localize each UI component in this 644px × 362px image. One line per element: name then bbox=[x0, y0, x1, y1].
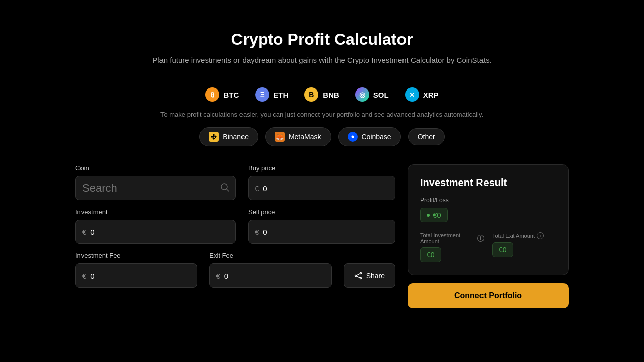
svg-point-9 bbox=[360, 273, 361, 274]
coin-group: Coin bbox=[75, 164, 236, 200]
total-exit-info-icon[interactable]: i bbox=[537, 232, 544, 239]
exit-fee-wrapper: € bbox=[209, 263, 331, 288]
right-panel: Investment Result Profit/Loss €0 Total I… bbox=[408, 164, 569, 308]
header: Crypto Profit Calculator Plan future inv… bbox=[152, 0, 492, 64]
binance-wallet-button[interactable]: Binance bbox=[199, 127, 258, 146]
svg-line-12 bbox=[356, 274, 360, 276]
other-wallet-button[interactable]: Other bbox=[408, 128, 445, 145]
share-icon bbox=[354, 272, 362, 280]
sell-price-group: Sell price € bbox=[248, 208, 395, 244]
coinbase-wallet-button[interactable]: Coinbase bbox=[338, 127, 401, 146]
total-exit-label: Total Exit Amount i bbox=[492, 232, 556, 239]
svg-point-11 bbox=[360, 278, 361, 279]
metamask-label: MetaMask bbox=[289, 133, 321, 141]
svg-line-8 bbox=[227, 189, 229, 191]
investment-label: Investment bbox=[75, 208, 236, 216]
sell-price-input[interactable] bbox=[263, 228, 389, 236]
investment-fee-label: Investment Fee bbox=[75, 252, 197, 259]
buy-price-input[interactable] bbox=[263, 184, 389, 193]
coin-sol-label: SOL bbox=[373, 90, 389, 99]
metamask-icon: 🦊 bbox=[275, 132, 285, 142]
investment-fee-prefix: € bbox=[82, 272, 86, 280]
buy-price-wrapper: € bbox=[248, 176, 395, 200]
svg-line-13 bbox=[356, 276, 360, 278]
share-button[interactable]: Share bbox=[344, 263, 395, 288]
profit-badge: €0 bbox=[420, 208, 448, 222]
portfolio-subtitle: To make profit calculations easier, you … bbox=[160, 111, 484, 118]
svg-marker-4 bbox=[213, 136, 215, 138]
share-label: Share bbox=[366, 272, 385, 280]
coin-eth-label: ETH bbox=[273, 90, 288, 99]
header-subtitle: Plan future investments or daydream abou… bbox=[152, 56, 492, 64]
investment-fee-input[interactable] bbox=[90, 272, 191, 280]
form-grid: Coin Buy price € bbox=[75, 164, 395, 244]
coinbase-label: Coinbase bbox=[362, 133, 391, 141]
coin-eth[interactable]: Ξ ETH bbox=[255, 87, 288, 102]
coin-xrp[interactable]: ✕ XRP bbox=[405, 87, 439, 102]
sell-price-label: Sell price bbox=[248, 208, 395, 216]
main-content: Coin Buy price € bbox=[45, 164, 599, 308]
total-investment-info-icon[interactable]: i bbox=[477, 235, 484, 242]
sell-price-wrapper: € bbox=[248, 220, 395, 244]
total-exit-col: Total Exit Amount i €0 bbox=[492, 232, 556, 262]
svg-point-7 bbox=[221, 184, 227, 190]
coin-search-wrapper bbox=[75, 176, 236, 200]
total-investment-value: €0 bbox=[420, 247, 441, 262]
profit-loss-label: Profit/Loss bbox=[420, 197, 556, 204]
connect-portfolio-button[interactable]: Connect Portfolio bbox=[408, 283, 569, 308]
wallets-row: Binance 🦊 MetaMask Coinbase Other bbox=[199, 127, 444, 146]
buy-price-label: Buy price bbox=[248, 164, 395, 172]
coin-btc[interactable]: ₿ BTC bbox=[205, 87, 239, 102]
sell-price-prefix: € bbox=[255, 228, 259, 236]
coin-bnb-label: BNB bbox=[323, 90, 339, 99]
total-investment-col: Total Investment Amount i €0 bbox=[420, 232, 484, 262]
investment-prefix: € bbox=[82, 228, 86, 236]
exit-fee-prefix: € bbox=[216, 272, 220, 280]
eth-icon: Ξ bbox=[255, 87, 269, 102]
result-card: Investment Result Profit/Loss €0 Total I… bbox=[408, 164, 569, 275]
coin-xrp-label: XRP bbox=[423, 90, 439, 99]
binance-label: Binance bbox=[223, 133, 249, 141]
page-title: Crypto Profit Calculator bbox=[152, 30, 492, 49]
coins-row: ₿ BTC Ξ ETH B BNB ◎ SOL ✕ XRP bbox=[205, 87, 438, 102]
btc-icon: ₿ bbox=[205, 87, 219, 102]
profit-value: €0 bbox=[433, 211, 441, 219]
other-label: Other bbox=[418, 133, 435, 141]
total-investment-label: Total Investment Amount i bbox=[420, 232, 484, 244]
coinbase-icon bbox=[348, 132, 358, 142]
search-icon bbox=[220, 183, 229, 194]
exit-fee-label: Exit Fee bbox=[209, 252, 331, 259]
sol-icon: ◎ bbox=[355, 87, 369, 102]
coin-label: Coin bbox=[75, 164, 236, 172]
result-title: Investment Result bbox=[420, 177, 556, 189]
amounts-row: Total Investment Amount i €0 Total Exit … bbox=[420, 232, 556, 262]
bottom-row: Investment Fee € Exit Fee € bbox=[75, 252, 395, 288]
investment-fee-group: Investment Fee € bbox=[75, 252, 197, 288]
investment-wrapper: € bbox=[75, 220, 236, 244]
profit-dot bbox=[427, 214, 430, 217]
svg-point-10 bbox=[355, 275, 356, 277]
exit-fee-group: Exit Fee € bbox=[209, 252, 331, 288]
bnb-icon: B bbox=[304, 87, 318, 102]
left-panel: Coin Buy price € bbox=[75, 164, 395, 308]
coin-btc-label: BTC bbox=[223, 90, 239, 99]
investment-fee-wrapper: € bbox=[75, 263, 197, 288]
investment-group: Investment € bbox=[75, 208, 236, 244]
buy-price-prefix: € bbox=[255, 184, 259, 193]
metamask-wallet-button[interactable]: 🦊 MetaMask bbox=[265, 127, 331, 146]
binance-icon bbox=[209, 132, 219, 142]
exit-fee-input[interactable] bbox=[224, 272, 325, 280]
buy-price-group: Buy price € bbox=[248, 164, 395, 200]
xrp-icon: ✕ bbox=[405, 87, 419, 102]
svg-point-6 bbox=[351, 136, 354, 138]
investment-input[interactable] bbox=[90, 228, 229, 236]
coin-sol[interactable]: ◎ SOL bbox=[355, 87, 389, 102]
total-exit-value: €0 bbox=[492, 242, 513, 257]
coin-bnb[interactable]: B BNB bbox=[304, 87, 339, 102]
coin-search-input[interactable] bbox=[82, 182, 220, 195]
